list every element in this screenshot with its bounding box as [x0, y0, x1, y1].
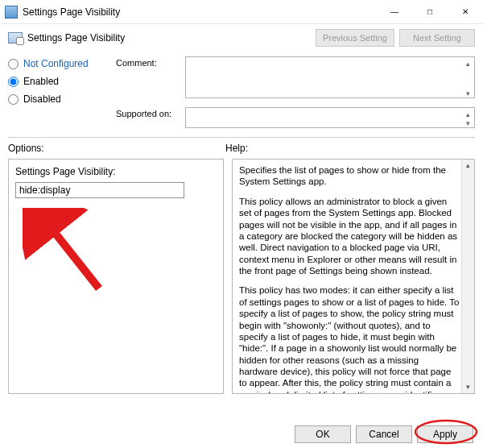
window-title: Settings Page Visibility — [23, 6, 377, 18]
help-paragraph-1: Specifies the list of pages to show or h… — [239, 164, 460, 188]
scroll-down-icon[interactable]: ▾ — [462, 118, 473, 129]
minimize-button[interactable]: ― — [377, 0, 412, 23]
help-section-label: Help: — [225, 143, 475, 154]
ok-button[interactable]: OK — [295, 425, 351, 443]
apply-button[interactable]: Apply — [417, 425, 473, 443]
help-panel: Specifies the list of pages to show or h… — [232, 159, 475, 394]
options-field-label: Settings Page Visibility: — [15, 166, 217, 177]
app-icon — [5, 6, 18, 19]
header-strip: Settings Page Visibility Previous Settin… — [0, 24, 483, 52]
scroll-down-icon[interactable]: ▾ — [466, 383, 470, 392]
comment-label: Comment: — [116, 56, 180, 68]
radio-disabled-label: Disabled — [23, 93, 61, 105]
supported-textarea[interactable] — [185, 107, 475, 128]
radio-not-configured-label: Not Configured — [23, 58, 89, 69]
help-scrollbar[interactable]: ▴ ▾ — [461, 160, 474, 393]
section-labels: Options: Help: — [0, 139, 483, 156]
title-bar: Settings Page Visibility ― □ ✕ — [0, 0, 483, 24]
options-panel: Settings Page Visibility: — [8, 159, 224, 394]
help-paragraph-3: This policy has two modes: it can either… — [239, 284, 460, 394]
radio-disabled[interactable]: Disabled — [8, 93, 105, 105]
radio-not-configured[interactable]: Not Configured — [8, 58, 105, 69]
next-setting-button[interactable]: Next Setting — [399, 29, 475, 47]
dialog-buttons: OK Cancel Apply — [0, 425, 483, 443]
divider — [8, 137, 475, 138]
close-button[interactable]: ✕ — [448, 0, 483, 23]
radio-enabled[interactable]: Enabled — [8, 76, 105, 87]
state-and-fields: Not Configured Enabled Disabled Comment:… — [0, 52, 483, 135]
radio-enabled-label: Enabled — [23, 76, 59, 87]
settings-page-visibility-input[interactable] — [15, 182, 184, 198]
comment-textarea[interactable] — [185, 56, 475, 98]
supported-label: Supported on: — [116, 107, 180, 118]
radio-disabled-input[interactable] — [8, 94, 19, 105]
policy-title: Settings Page Visibility — [27, 32, 316, 44]
supported-row: Supported on: ▴ ▾ — [116, 107, 475, 131]
help-paragraph-2: This policy allows an administrator to b… — [239, 196, 460, 277]
window-controls: ― □ ✕ — [377, 0, 483, 23]
state-radios: Not Configured Enabled Disabled — [8, 56, 105, 131]
previous-setting-button[interactable]: Previous Setting — [316, 29, 394, 47]
radio-enabled-input[interactable] — [8, 77, 19, 87]
split-panels: Settings Page Visibility: Specifies the … — [0, 156, 483, 397]
policy-icon — [8, 32, 23, 44]
scroll-up-icon[interactable]: ▴ — [466, 161, 470, 170]
scroll-down-icon[interactable]: ▾ — [462, 88, 473, 99]
maximize-button[interactable]: □ — [412, 0, 448, 23]
comment-row: Comment: ▴ ▾ — [116, 56, 475, 101]
radio-not-configured-input[interactable] — [8, 59, 19, 69]
cancel-button[interactable]: Cancel — [356, 425, 412, 443]
options-section-label: Options: — [8, 143, 225, 154]
scroll-up-icon[interactable]: ▴ — [462, 58, 473, 69]
